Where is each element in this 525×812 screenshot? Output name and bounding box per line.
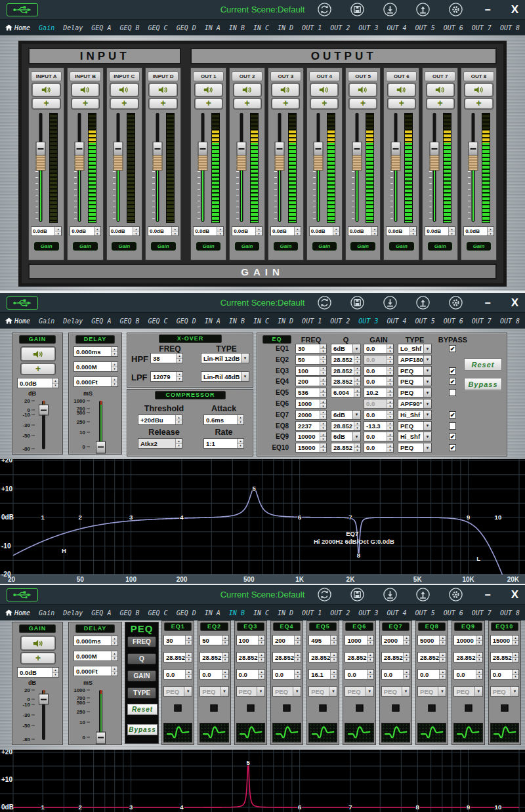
out-4-gain-down-icon[interactable]: ▾ (333, 231, 339, 235)
eq5-gain-arrows[interactable]: ▴▾ (330, 670, 337, 679)
eq1-q-down-icon[interactable]: ▾ (186, 657, 192, 662)
tab-in-b[interactable]: IN B (229, 317, 245, 325)
eq10-gain-spinner[interactable]: 0.0▴▾ (490, 669, 519, 680)
out-8-fader-handle[interactable] (468, 142, 478, 171)
eq1-freq-spinner[interactable]: 30▴▾ (295, 344, 327, 354)
tab-in-d[interactable]: IN D (278, 609, 293, 617)
download-button[interactable] (383, 2, 398, 17)
settings-button[interactable] (448, 2, 463, 17)
eq2-freq-arrows[interactable]: ▴▾ (320, 355, 326, 364)
hpf-freq-spinner[interactable]: 38 ▴▾ (150, 353, 183, 363)
tab-geq-d[interactable]: GEQ D (177, 24, 196, 31)
eq7-q-down-icon[interactable]: ▾ (404, 657, 410, 662)
out3-response-band-marker-6[interactable]: 6 (298, 514, 301, 521)
eq6-bypass-checkbox[interactable] (356, 704, 363, 712)
out3-response-band-marker-5[interactable]: 5 (252, 485, 256, 492)
out-6-label[interactable]: OUT 6 (386, 71, 417, 81)
tab-geq-b[interactable]: GEQ B (119, 317, 139, 325)
eq1-gain-arrows[interactable]: ▴▾ (185, 670, 192, 679)
eq10-freq-spinner[interactable]: 15000▴▾ (490, 635, 519, 645)
out-8-mute-button[interactable] (465, 83, 492, 96)
eq7-freq-arrows[interactable]: ▴▾ (320, 411, 326, 419)
settings-button[interactable] (448, 295, 463, 310)
eq5-q-spinner[interactable]: 6.004▴▾ (331, 388, 361, 397)
minimize-button[interactable]: – (485, 7, 491, 13)
eq10-gain-arrows[interactable]: ▴▾ (387, 443, 393, 452)
tab-geq-a[interactable]: GEQ A (91, 317, 111, 325)
eq7-gain-spinner[interactable]: 0.0▴▾ (381, 669, 410, 680)
eq6-type-arrow-icon[interactable]: ▼ (366, 687, 373, 696)
tab-home[interactable]: Home (5, 24, 30, 31)
tab-geq-c[interactable]: GEQ C (148, 24, 168, 31)
input-b-gain-button[interactable]: Gain (73, 242, 98, 251)
inb-delay-field-0-arrows[interactable]: ▴▾ (111, 636, 117, 645)
input-b-label[interactable]: INPUT B (70, 71, 100, 81)
out3-delay-field-1-arrows[interactable]: ▴▾ (111, 362, 117, 371)
out-4-label[interactable]: OUT 4 (309, 71, 340, 81)
eq4-type-select[interactable]: PEQ▼ (272, 686, 301, 697)
eq1-gain-spinner[interactable]: 0.0▴▾ (163, 669, 192, 680)
eq1-freq-down-icon[interactable]: ▾ (320, 348, 326, 353)
tab-in-d[interactable]: IN D (278, 317, 293, 325)
eq4-q-down-icon[interactable]: ▾ (354, 381, 360, 386)
out-4-fader[interactable] (313, 113, 324, 223)
eq3-freq-arrows[interactable]: ▴▾ (258, 636, 264, 645)
eq3-gain-down-icon[interactable]: ▾ (387, 371, 393, 375)
out-8-fader[interactable] (468, 113, 478, 223)
eq10-type-select[interactable]: PEQ▼ (398, 443, 432, 453)
out-5-gain-button[interactable]: Gain (350, 242, 375, 251)
inb-delay-fader-handle[interactable] (96, 732, 106, 744)
eq9-freq-down-icon[interactable]: ▾ (320, 436, 326, 441)
out3-delay-field-0-spinner[interactable]: 0.000ms▴▾ (74, 346, 118, 357)
out-8-gain-down-icon[interactable]: ▾ (488, 231, 494, 235)
eq10-freq-down-icon[interactable]: ▾ (513, 640, 518, 645)
out-6-gain-spinner[interactable]: 0.0dB▴▾ (386, 226, 417, 236)
eq3-gain-arrows[interactable]: ▴▾ (258, 670, 264, 679)
eq5-freq-spinner[interactable]: 495▴▾ (308, 635, 337, 645)
eq2-type-arrow-icon[interactable]: ▼ (220, 687, 228, 696)
tab-in-a[interactable]: IN A (205, 609, 220, 617)
tab-in-c[interactable]: IN C (253, 317, 269, 325)
release-down[interactable]: ▾ (176, 443, 182, 449)
out-3-fader-handle[interactable] (275, 142, 285, 171)
inb-response-band-marker-6[interactable]: 6 (298, 803, 301, 811)
inb-response-band-marker-2[interactable]: 2 (79, 803, 82, 811)
lpf-freq-down[interactable]: ▾ (177, 376, 182, 382)
out-7-mute-button[interactable] (427, 83, 454, 96)
out3-response-band-marker-3[interactable]: 3 (129, 514, 133, 521)
eq8-q-down-icon[interactable]: ▾ (440, 657, 446, 662)
tab-gain[interactable]: Gain (39, 609, 54, 617)
inb-mute-button[interactable] (21, 636, 55, 650)
upload-button[interactable] (415, 295, 430, 310)
out-6-gain-down-icon[interactable]: ▾ (410, 231, 416, 235)
eq2-freq-down-icon[interactable]: ▾ (320, 359, 326, 364)
input-b-gain-arrows[interactable]: ▴▾ (94, 227, 100, 235)
eq1-freq-down-icon[interactable]: ▾ (186, 640, 192, 645)
out3-delay-field-0-arrows[interactable]: ▴▾ (111, 347, 117, 356)
eq10-freq-arrows[interactable]: ▴▾ (320, 443, 326, 452)
out3-response-band-marker-4[interactable]: 4 (180, 514, 184, 521)
eq2-type-select[interactable]: APF180°▼ (398, 355, 432, 365)
inb-response-band-marker-7[interactable]: 7 (348, 803, 352, 811)
eq4-freq-spinner[interactable]: 200▴▾ (272, 635, 301, 645)
eq7-gain-spinner[interactable]: 0.0▴▾ (364, 410, 394, 420)
tab-out-7[interactable]: OUT 7 (472, 317, 492, 325)
out-6-fader[interactable] (390, 113, 401, 223)
inb-delay-field-0-spinner[interactable]: 0.000ms▴▾ (74, 636, 118, 646)
out3-gain-spinner[interactable]: 0.0dB▴▾ (17, 378, 59, 388)
peq-bypass-button[interactable]: Bypass (127, 724, 158, 735)
eq2-q-arrows[interactable]: ▴▾ (354, 355, 360, 364)
eq10-q-spinner[interactable]: 28.852▴▾ (331, 443, 361, 453)
input-d-fader-handle[interactable] (152, 142, 162, 171)
input-c-label[interactable]: INPUT C (109, 71, 140, 81)
eq7-slope-arrow-icon[interactable]: ▼ (352, 411, 360, 419)
eq9-q-arrows[interactable]: ▴▾ (476, 653, 482, 662)
out-1-gain-arrows[interactable]: ▴▾ (217, 227, 223, 235)
eq2-gain-down-icon[interactable]: ▾ (387, 359, 393, 364)
eq10-gain-down-icon[interactable]: ▾ (387, 447, 393, 452)
eq8-freq-down-icon[interactable]: ▾ (440, 640, 446, 645)
out-7-label[interactable]: OUT 7 (425, 71, 455, 81)
out-8-gain-spinner[interactable]: 0.0dB▴▾ (463, 226, 494, 236)
eq7-slope-select[interactable]: 6dB▼ (331, 410, 361, 420)
eq10-q-spinner[interactable]: 28.852▴▾ (490, 652, 519, 662)
